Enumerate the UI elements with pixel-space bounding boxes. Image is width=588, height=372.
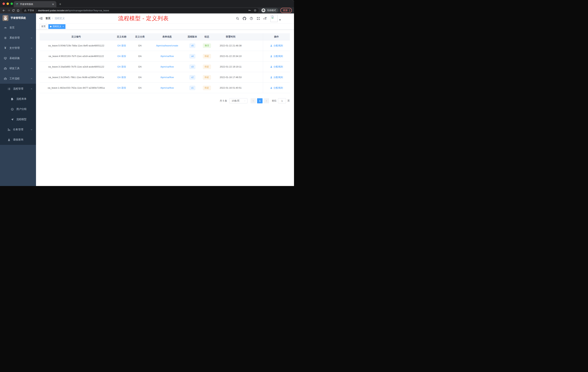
address-bar[interactable]: 不安全 dashboard.yudao.iocoder.cn /bpm/mana… [22,8,259,13]
update-label: 更新 [283,9,288,12]
definition-id: oa_leave:1:482ec033-762a-11ec-8477-a2380… [48,87,105,89]
forward-arrow-icon[interactable] [6,8,11,13]
column-header-1: 定义名称 [113,33,131,40]
sidebar-item-process-form[interactable]: 流程表单 [0,94,36,104]
form-link[interactable]: /bpm/oa/flow [160,55,174,57]
definition-name-link[interactable]: OA 请假 [117,65,126,68]
home-icon[interactable] [16,8,20,13]
tab-title: 芋道管理系统 [20,3,52,6]
window-controls [2,2,13,5]
star-icon[interactable] [254,9,257,12]
user-icon [270,76,273,79]
next-page-button[interactable] [264,98,269,103]
form-link[interactable]: /bpm/oa/leave/create [156,44,178,47]
definition-name-link[interactable]: OA 请假 [117,44,126,47]
page-size-select[interactable]: 10条/页 [229,98,247,103]
zoom-window-button[interactable] [10,2,13,5]
assign-rule-button[interactable]: 分配规则 [270,65,283,68]
goto-label: 前往 [272,99,277,102]
status-badge: 挂起 [203,75,211,79]
sidebar-menu: 首页系统管理¥支付管理基础设施研发工具工作流程流程管理流程表单用户分组流程模型任… [0,22,36,145]
version-tag: v4 [189,54,195,58]
status-badge: 挂起 [203,54,211,58]
pagination: 共 5 条 10条/页 1 前往 页 [40,98,290,103]
key-icon[interactable] [248,9,251,12]
sidebar-item-leave-query[interactable]: 请假查询 [0,135,36,145]
assign-rule-button[interactable]: 分配规则 [270,44,283,47]
deploy-time: 2022-01-22 21:48:38 [220,44,242,47]
back-arrow-icon[interactable] [1,8,6,13]
goto-page-input[interactable] [278,98,286,103]
assign-rule-button[interactable]: 分配规则 [270,86,283,89]
form-link[interactable]: /bpm/oa/flow [160,65,174,68]
sidebar-item-dev-tools[interactable]: 研发工具 [0,63,36,74]
breadcrumb-separator: / [52,17,53,20]
sidebar: 芋道管理系统 首页系统管理¥支付管理基础设施研发工具工作流程流程管理流程表单用户… [0,13,36,186]
definition-category: OA [138,65,142,68]
font-size-icon[interactable]: TT [263,16,267,20]
fullscreen-icon[interactable] [256,16,260,20]
sidebar-item-process-model[interactable]: 流程模型 [0,114,36,124]
column-header-0: 定义编号 [40,33,113,40]
close-window-button[interactable] [2,2,5,5]
version-tag: v1 [189,86,195,90]
tab-close-icon[interactable]: ✕ [52,2,54,6]
table-row: oa_leave:3:1fad3d93-7b75-11ec-a3c8-acde4… [40,62,290,72]
deploy-time: 2022-01-22 20:34:10 [220,55,242,57]
github-icon[interactable] [242,16,246,20]
assign-rule-button[interactable]: 分配规则 [270,76,283,79]
hamburger-icon[interactable] [39,16,43,20]
url-domain: dashboard.yudao.iocoder.cn [38,9,68,12]
browser-tab[interactable]: 芋道管理系统 ✕ [14,1,56,7]
browser-menu-update-button[interactable]: 更新 [280,8,292,13]
chevron-down-icon [30,47,33,49]
definition-name-link[interactable]: OA 请假 [117,86,126,89]
sidebar-item-payment[interactable]: ¥支付管理 [0,43,36,53]
sidebar-item-system[interactable]: 系统管理 [0,33,36,43]
sidebar-item-process-mgmt[interactable]: 流程管理 [0,84,36,94]
app-title: 芋道管理系统 [10,16,26,20]
page-annotation: 流程模型 - 定义列表 [118,15,169,22]
close-icon[interactable]: × [63,25,64,28]
sidebar-item-task-mgmt[interactable]: 任务管理 [0,124,36,135]
definition-name-link[interactable]: OA 请假 [117,76,126,79]
sidebar-logo-row[interactable]: 芋道管理系统 [0,13,36,22]
sidebar-item-user-group[interactable]: 用户分组 [0,104,36,114]
yen-icon: ¥ [4,46,7,50]
tag-active[interactable]: 流程定义× [48,24,65,29]
definition-table: 定义编号定义名称定义分类表单信息流程版本状态部署时间操作 oa_leave:5:… [40,33,290,93]
user-icon [270,55,273,57]
sidebar-item-infrastructure[interactable]: 基础设施 [0,53,36,63]
warning-icon [24,9,27,12]
table-body: oa_leave:5:004b710b-7b8a-11ec-8ef0-acde4… [40,40,290,93]
prev-page-button[interactable] [251,98,256,103]
column-filler [247,40,263,51]
pagination-total: 共 5 条 [220,99,227,102]
sidebar-item-home[interactable]: 首页 [0,22,36,33]
kebab-menu-icon[interactable] [289,9,290,12]
table-header-row: 定义编号定义名称定义分类表单信息流程版本状态部署时间操作 [40,33,290,40]
sidebar-item-workflow[interactable]: 工作流程 [0,74,36,84]
assign-rule-button[interactable]: 分配规则 [270,55,283,58]
security-label[interactable]: 不安全 [28,9,34,12]
breadcrumb-home[interactable]: 首页 [45,17,51,20]
reload-icon[interactable] [11,8,16,13]
search-icon[interactable] [235,16,240,20]
tag-0[interactable]: 首页 [40,24,47,29]
form-link[interactable]: /bpm/oa/flow [160,76,174,79]
question-icon[interactable] [249,16,253,20]
user-icon [270,66,273,68]
page-number-1[interactable]: 1 [257,98,262,103]
page-size-value: 10条/页 [232,99,240,102]
avatar[interactable] [270,15,278,22]
form-link[interactable]: /bpm/oa/flow [160,87,174,89]
new-tab-button[interactable]: + [58,2,63,7]
definition-category: OA [138,44,142,47]
browser-toolbar: 不安全 dashboard.yudao.iocoder.cn /bpm/mana… [0,7,294,13]
chevron-down-icon[interactable] [279,20,281,21]
definition-name-link[interactable]: OA 请假 [117,55,126,58]
table-row: oa_leave:1:482ec033-762a-11ec-8477-a2380… [40,83,290,93]
minimize-window-button[interactable] [7,2,9,5]
app-logo [2,15,8,21]
definition-id: oa_leave:3:1fad3d93-7b75-11ec-a3c8-acde4… [48,65,104,68]
